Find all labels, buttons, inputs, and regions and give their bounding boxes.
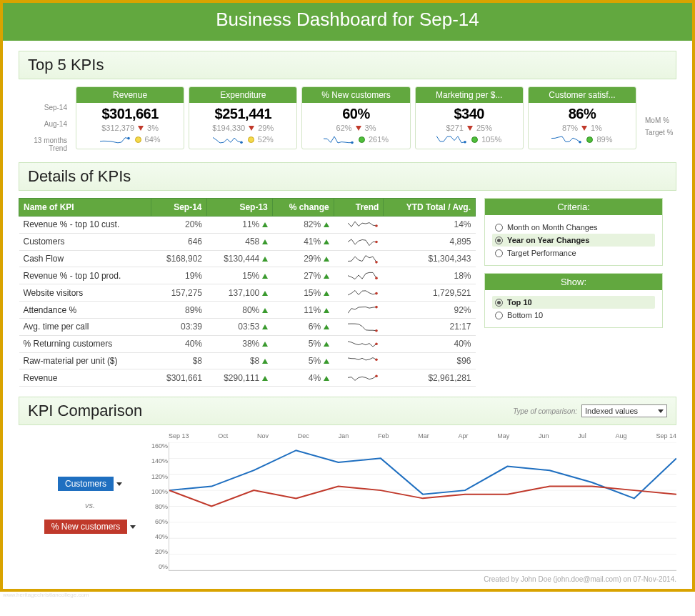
up-arrow-icon (262, 239, 268, 244)
kpi-prev: $130,444 (206, 250, 272, 267)
kpi-card-title: % New customers (302, 87, 409, 103)
svg-point-12 (375, 342, 378, 345)
kpi-target-pct: 64% (145, 135, 161, 144)
label-mom: MoM % (645, 116, 676, 124)
table-row: Revenue % - top 10 cust. 20% 11% 82% 14% (19, 217, 476, 234)
kpi-cur: 03:39 (151, 318, 206, 335)
kpi-card[interactable]: Customer satisf... 86% 87% 1% 89% (528, 86, 636, 149)
down-arrow-icon (356, 126, 361, 131)
kpi-cur: $301,661 (151, 369, 206, 387)
radio-option[interactable]: Bottom 10 (492, 309, 655, 322)
radio-option[interactable]: Year on Year Changes (492, 234, 655, 247)
radio-icon (495, 224, 503, 232)
kpi-target-pct: 89% (596, 135, 612, 144)
up-arrow-icon (324, 359, 329, 364)
kpi-trend (334, 267, 384, 284)
kpi-prev-value: 62% (336, 124, 352, 132)
series-b-select[interactable]: % New customers (44, 520, 136, 534)
kpi-card[interactable]: Revenue $301,661 $312,379 3% 64% (76, 86, 184, 149)
table-row: Cash Flow $168,902 $130,444 29% $1,304,3… (19, 250, 476, 267)
down-arrow-icon (467, 126, 473, 131)
kpi-prev-value: $194,330 (212, 124, 245, 132)
kpi-pct-change: 5% (272, 335, 334, 352)
svg-point-9 (375, 292, 378, 295)
kpi-prev: $8 (206, 352, 272, 369)
status-dot-icon (471, 136, 478, 143)
radio-option[interactable]: Month on Month Changes (492, 221, 655, 234)
series-b-label: % New customers (44, 520, 128, 534)
kpi-mom-pct: 29% (258, 124, 274, 132)
up-arrow-icon (324, 376, 329, 381)
kpi-mom-pct: 3% (147, 124, 159, 132)
kpi-name: Raw-material per unit ($) (19, 352, 151, 369)
kpi-cur: 19% (151, 267, 206, 284)
kpi-card[interactable]: Expenditure $251,441 $194,330 29% 52% (189, 86, 297, 149)
table-row: Customers 646 458 41% 4,895 (19, 233, 476, 250)
up-arrow-icon (262, 376, 268, 381)
svg-point-4 (579, 141, 582, 144)
kpi-card-value: $340 (420, 106, 519, 122)
radio-option[interactable]: Target Performance (492, 247, 655, 259)
svg-point-3 (464, 141, 466, 144)
radio-label: Bottom 10 (507, 311, 543, 319)
kpi-trend (334, 352, 384, 369)
kpi-name: Revenue (19, 369, 151, 387)
table-row: Attendance % 89% 80% 11% 92% (19, 302, 476, 319)
table-row: % Returning customers 40% 38% 5% 40% (19, 335, 476, 352)
kpi-prev-value: $271 (446, 124, 463, 132)
kpi-pct-change: 11% (272, 302, 334, 319)
kpi-target-pct: 105% (481, 135, 501, 144)
kpi-ytd: 1,729,521 (384, 284, 476, 302)
kpi-name: Revenue % - top 10 cust. (19, 217, 151, 234)
kpi-card[interactable]: % New customers 60% 62% 3% 261% (301, 86, 410, 149)
kpi-pct-change: 5% (272, 352, 334, 369)
radio-option[interactable]: Top 10 (492, 296, 655, 309)
kpi-card[interactable]: Marketing per $... $340 $271 25% 105% (415, 86, 524, 149)
series-a-label: Customers (58, 477, 114, 491)
table-row: Raw-material per unit ($) $8 $8 5% $96 (19, 352, 476, 369)
radio-label: Year on Year Changes (507, 236, 589, 244)
radio-icon (495, 299, 503, 307)
criteria-panel: Criteria: Month on Month ChangesYear on … (484, 198, 663, 266)
kpi-prev: 11% (206, 217, 272, 234)
kpi-mom-pct: 1% (591, 124, 602, 132)
footer-credit: Created by John Doe (john.doe@mail.com) … (19, 571, 676, 585)
kpi-row-right-labels: MoM % Target % (642, 86, 676, 136)
kpi-prev: $290,111 (206, 369, 272, 387)
kpi-prev: 15% (206, 267, 272, 284)
radio-label: Target Performance (507, 249, 576, 257)
up-arrow-icon (324, 308, 329, 313)
kpi-name: Cash Flow (19, 250, 151, 267)
kpi-prev-value: $312,379 (101, 124, 134, 132)
up-arrow-icon (324, 274, 329, 279)
series-a-select[interactable]: Customers (58, 477, 122, 491)
kpi-ytd: 14% (384, 217, 476, 234)
kpi-target-pct: 52% (258, 135, 274, 144)
kpi-card-value: 86% (533, 106, 631, 122)
kpi-card-title: Customer satisf... (529, 87, 636, 103)
label-target: Target % (645, 129, 676, 136)
kpi-trend (334, 335, 384, 352)
kpi-pct-change: 6% (272, 318, 334, 335)
kpi-card-title: Marketing per $... (416, 87, 523, 103)
kpi-pct-change: 15% (272, 284, 334, 302)
radio-icon (495, 249, 503, 257)
chevron-down-icon (130, 525, 136, 529)
svg-point-11 (375, 329, 378, 332)
sparkline (324, 134, 355, 144)
kpi-card-value: $251,441 (194, 106, 292, 122)
kpi-ytd: $96 (384, 352, 476, 369)
radio-label: Month on Month Changes (507, 223, 598, 232)
svg-point-2 (351, 141, 354, 144)
kpi-card-value: 60% (306, 106, 405, 122)
kpi-cur: 646 (151, 233, 206, 250)
kpi-ytd: 21:17 (384, 318, 476, 335)
kpi-trend (334, 318, 384, 335)
down-arrow-icon (138, 126, 144, 131)
up-arrow-icon (262, 342, 268, 347)
down-arrow-icon (249, 126, 254, 131)
kpi-cur: 40% (151, 335, 206, 352)
radio-icon (495, 237, 503, 244)
radio-icon (495, 312, 503, 319)
comparison-type-select[interactable]: Indexed values (581, 404, 667, 417)
